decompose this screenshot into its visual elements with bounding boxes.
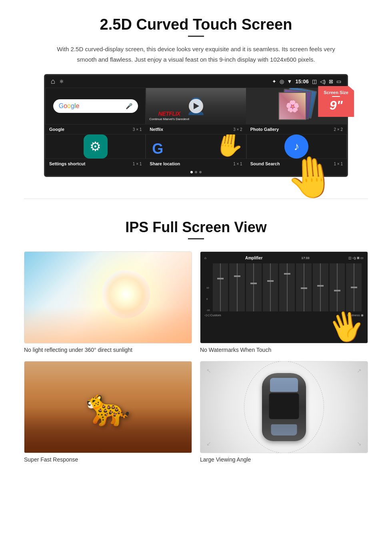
netflix-label: NETFLIX Continue Marvel's Daredevil [149, 110, 189, 121]
netflix-cell[interactable]: 👤 NETFLIX Continue Marvel's Daredevil [146, 88, 246, 124]
google-app-size: 3 × 1 [133, 127, 142, 132]
touch-hand-icon: 🖐 [325, 306, 367, 343]
netflix-label-row: Netflix 3 × 2 [146, 124, 246, 134]
device-wrapper: Screen Size 9" ⌂ ⚛ ✦ ◎ ▼ [44, 74, 348, 177]
share-location-cell[interactable]: G 🤚 [146, 134, 246, 159]
section2: IPS Full Screen View No light reflecting… [0, 211, 392, 479]
section1-title: 2.5D Curved Touch Screen [24, 16, 368, 33]
google-search-bar[interactable]: Google 🎤 [53, 99, 138, 113]
amplifier-caption: No Watermarks When Touch [200, 347, 368, 353]
share-location-widget: G 🤚 [146, 134, 246, 159]
section2-title-underline [188, 238, 204, 239]
sunlight-bg [24, 252, 192, 343]
play-button[interactable] [189, 99, 203, 113]
photo-app-name: Photo Gallery [250, 127, 279, 132]
gear-icon: ⚙ [90, 139, 101, 154]
usb-icon: ⚛ [59, 78, 64, 84]
share-location-label: Share location 1 × 1 [146, 159, 246, 169]
amplifier-feature: ⌂ Amplifier 17:33 ◫ ◁) ⊠ ▭ 10 0 -10 [200, 251, 368, 353]
sunlight-caption: No light reflecting under 360° direct su… [24, 347, 192, 353]
amp-title: Amplifier [245, 256, 262, 260]
features-grid: No light reflecting under 360° direct su… [24, 251, 368, 463]
pagination-dot-3[interactable] [199, 171, 202, 173]
home-icon[interactable]: ⌂ [51, 77, 55, 86]
rear-windshield [271, 424, 297, 436]
title-underline [188, 36, 204, 37]
google-cell[interactable]: Google 🎤 [45, 88, 146, 124]
amp-loudness-label: loudness ◉ [347, 313, 364, 317]
wifi-icon: ▼ [287, 78, 292, 84]
status-bar: ⌂ ⚛ ✦ ◎ ▼ 15:06 ◫ ◁) ⊠ ▭ [45, 75, 347, 88]
sound-search-label: Sound Search 1 × 1 [246, 159, 347, 169]
pagination [45, 169, 347, 176]
amp-custom-label: ◁◁ Custom [204, 313, 221, 317]
badge-label: Screen Size [324, 90, 348, 95]
ground-shadow [24, 407, 192, 453]
settings-cell[interactable]: ⚙ [45, 134, 146, 159]
app-grid-row2: ⚙ G 🤚 [45, 134, 347, 159]
share-app-size: 1 × 1 [233, 162, 242, 166]
car-roof [269, 393, 299, 419]
volume-icon: ◁) [320, 78, 326, 84]
battery-icon: ▭ [336, 78, 341, 84]
pagination-dot-2[interactable] [195, 171, 197, 173]
page: 2.5D Curved Touch Screen With 2.5D curve… [0, 0, 392, 479]
sound-search-widget: ♪ [247, 134, 346, 159]
photo-app-size: 2 × 2 [334, 127, 343, 132]
badge-size: 9" [324, 98, 348, 113]
section1-description: With 2.5D curved-display screen, this de… [56, 44, 336, 64]
photo-card-front: 🌸 [278, 92, 306, 120]
netflix-brand: NETFLIX [149, 110, 189, 117]
eq-bars: 10 0 -10 [204, 263, 364, 311]
section2-title: IPS Full Screen View [24, 219, 368, 236]
location-icon: ◎ [280, 78, 284, 84]
photo-gallery-label: Photo Gallery 2 × 2 [246, 124, 347, 134]
google-widget: Google 🎤 [46, 88, 145, 124]
car-top-view [262, 373, 306, 441]
pagination-dot-1[interactable] [190, 171, 193, 173]
sound-app-size: 1 × 1 [334, 162, 343, 166]
app-grid-row1: Google 🎤 👤 [45, 88, 347, 124]
front-windshield [270, 378, 298, 392]
amp-home-icon: ⌂ [204, 256, 206, 260]
device-screen: ⌂ ⚛ ✦ ◎ ▼ 15:06 ◫ ◁) ⊠ ▭ [44, 74, 348, 177]
screen-size-badge: Screen Size 9" [318, 86, 354, 117]
amp-icons: ◫ ◁) ⊠ ▭ [348, 256, 364, 260]
netflix-widget: 👤 NETFLIX Continue Marvel's Daredevil [146, 88, 246, 124]
car-circle [244, 361, 324, 453]
section-divider [24, 199, 368, 199]
google-logo: Google [59, 102, 80, 110]
google-label: Google 3 × 1 [45, 124, 146, 134]
eq-slider-group [213, 263, 362, 311]
bluetooth-icon: ✦ [272, 78, 276, 84]
settings-label: Settings shortcut 1 × 1 [45, 159, 146, 169]
google-app-name: Google [49, 127, 64, 132]
signal-icon: ⊠ [329, 78, 333, 84]
photo-stack: 🌸 [278, 88, 314, 124]
play-triangle-icon [194, 103, 199, 109]
netflix-app-size: 3 × 2 [233, 127, 242, 132]
car-caption: Large Viewing Angle [200, 456, 368, 463]
cheetah-feature: 🐆 Super Fast Response [24, 361, 192, 463]
sound-app-name: Sound Search [250, 161, 280, 166]
cheetah-caption: Super Fast Response [24, 456, 192, 463]
cheetah-image: 🐆 [24, 361, 192, 453]
angle-arrow-tl: ↖ [206, 367, 211, 374]
music-icon-bg: ♪ [284, 134, 308, 159]
car-bg: ↖ ↗ ↙ ↘ [200, 361, 368, 453]
music-note-icon: ♪ [294, 140, 299, 153]
mic-icon[interactable]: 🎤 [126, 103, 132, 109]
app-label-row1: Google 3 × 1 Netflix 3 × 2 Photo Gallery… [45, 124, 347, 134]
sound-search-cell[interactable]: ♪ [246, 134, 347, 159]
angle-arrow-bl: ↙ [206, 440, 211, 447]
settings-app-name: Settings shortcut [49, 161, 85, 166]
netflix-app-name: Netflix [150, 127, 163, 132]
sunlight-image [24, 251, 192, 343]
car-body [262, 373, 306, 441]
status-right: ✦ ◎ ▼ 15:06 ◫ ◁) ⊠ ▭ [272, 78, 341, 84]
ground-glow [24, 307, 192, 343]
share-app-name: Share location [150, 161, 180, 166]
sunlight-feature: No light reflecting under 360° direct su… [24, 251, 192, 353]
app-label-row2: Settings shortcut 1 × 1 Share location 1… [45, 159, 347, 169]
settings-icon-bg: ⚙ [84, 134, 108, 159]
